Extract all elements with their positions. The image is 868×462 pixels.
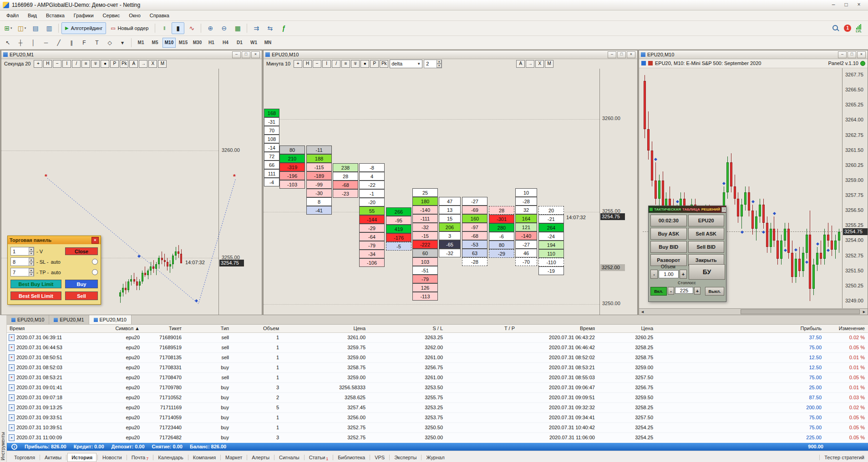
chart-window-titlebar[interactable]: EPU20,M1 – □ × bbox=[1, 50, 262, 59]
timeframe-d1[interactable]: D1 bbox=[233, 38, 246, 48]
chart-auto-icon[interactable]: A bbox=[516, 60, 525, 68]
bottom-tab-4[interactable]: Новости bbox=[99, 453, 126, 462]
timeframe-m1[interactable]: M1 bbox=[134, 38, 147, 48]
stepper-arrows[interactable]: ▲▼ bbox=[437, 60, 442, 68]
tool-cursor-icon[interactable]: ↖ bbox=[2, 37, 14, 48]
chart-profile-icon[interactable]: P bbox=[110, 60, 119, 68]
stepper-arrows[interactable]: ▲▼ bbox=[29, 258, 34, 266]
connection-status-icon[interactable]: LVL bbox=[856, 24, 862, 33]
table-row[interactable]: ▴2020.07.31 09:33:51epu2071714059buy1325… bbox=[7, 413, 868, 423]
chart-profile-icon[interactable]: P bbox=[370, 60, 379, 68]
chart-mode-icon[interactable]: M bbox=[158, 60, 167, 68]
volume-minus-button[interactable]: - bbox=[650, 270, 658, 279]
bottom-tab-1[interactable]: Торговля bbox=[10, 453, 39, 462]
chart-profile-k-icon[interactable]: Pk bbox=[120, 60, 128, 68]
zoom-in-icon[interactable]: ⊕ bbox=[204, 22, 217, 34]
sl-stepper[interactable]: 8 ▲▼ bbox=[10, 257, 34, 266]
tool-crosshair-icon[interactable]: ┼ bbox=[15, 37, 26, 48]
buy-ask-button[interactable]: Buy ASK bbox=[650, 228, 687, 240]
close-icon[interactable]: × bbox=[857, 51, 866, 58]
table-row[interactable]: ▴2020.07.31 08:52:03epu2071708331buy1325… bbox=[7, 363, 868, 373]
table-row[interactable]: ▾2020.07.31 08:50:51epu2071708135sell132… bbox=[7, 353, 868, 363]
best-buy-limit-button[interactable]: Best Buy Limit bbox=[10, 280, 61, 288]
bottom-tab-2[interactable]: Активы bbox=[41, 453, 65, 462]
timeframe-m5[interactable]: M5 bbox=[148, 38, 162, 48]
trade-panel-header[interactable]: Торговая панель × bbox=[8, 236, 101, 244]
new-chart-icon[interactable]: ⊞▾ bbox=[2, 22, 15, 34]
stoploss-on-button[interactable]: Вкл. bbox=[650, 287, 667, 296]
scroll-left-icon[interactable]: ◀ bbox=[639, 309, 646, 315]
bottom-tab-15[interactable]: Журнал bbox=[422, 453, 448, 462]
timeframe-m30[interactable]: M30 bbox=[191, 38, 204, 48]
timeframe-m15[interactable]: M15 bbox=[177, 38, 190, 48]
chart-auto-icon[interactable]: A bbox=[129, 60, 138, 68]
table-row[interactable]: ▴2020.07.31 11:00:09epu2071726482buy3325… bbox=[7, 433, 868, 443]
close-icon[interactable]: × bbox=[91, 237, 99, 244]
chart-mode-icon[interactable]: M bbox=[545, 60, 553, 68]
bottom-tab-10[interactable]: Сигналы bbox=[275, 453, 303, 462]
breakeven-button[interactable]: БУ bbox=[689, 264, 725, 280]
bottom-tab-5[interactable]: Почта7 bbox=[128, 453, 152, 462]
chart-info-icon[interactable]: I bbox=[62, 60, 71, 68]
tool-channel-icon[interactable]: ∥ bbox=[66, 37, 77, 48]
column-header[interactable]: Объем bbox=[232, 326, 282, 331]
tool-trendline-icon[interactable]: ╱ bbox=[53, 37, 65, 48]
maximize-icon[interactable]: □ bbox=[617, 51, 626, 58]
chart-plus-icon[interactable]: + bbox=[34, 60, 42, 68]
chart-high-low-icon[interactable]: H bbox=[303, 60, 312, 68]
anchor-star-icon[interactable]: * bbox=[233, 172, 236, 180]
bottom-tab-3[interactable]: История bbox=[67, 453, 96, 462]
decision-panel-header[interactable]: ТАКТИЧЕСКАЯ ТАБЛИЦА РЕШЕНИЙ ▫ × bbox=[649, 206, 726, 213]
chart-levels-icon[interactable]: ≡ bbox=[341, 60, 350, 68]
bottom-tab-12[interactable]: Библиотека bbox=[334, 453, 369, 462]
column-header[interactable]: Время bbox=[7, 326, 84, 331]
column-header[interactable]: Символ ▲ bbox=[84, 326, 142, 331]
timer-button[interactable]: 00:02:30 bbox=[650, 215, 687, 226]
chart-slash-icon[interactable]: / bbox=[72, 60, 81, 68]
tool-text-icon[interactable]: T bbox=[91, 37, 103, 48]
volume-stepper[interactable]: 1 ▲▼ bbox=[10, 247, 34, 256]
tool-shapes-icon[interactable]: ◇ bbox=[104, 37, 116, 48]
bar-chart-icon[interactable]: ‖ bbox=[158, 22, 171, 34]
market-watch-icon[interactable]: ▥ bbox=[43, 22, 56, 34]
column-header[interactable]: Цена bbox=[282, 326, 368, 331]
chart-dot-icon[interactable]: ● bbox=[101, 60, 109, 68]
data-window-icon[interactable]: ▤ bbox=[29, 22, 42, 34]
cluster-plot[interactable]: 14:07:32 3254.75 3252.00 168-3170108-147… bbox=[264, 50, 637, 315]
column-header[interactable]: T / P bbox=[446, 326, 518, 331]
column-header[interactable]: Цена bbox=[598, 326, 656, 331]
chart-slash-icon[interactable]: / bbox=[332, 60, 340, 68]
table-row[interactable]: ▴2020.07.31 09:01:41epu2071709780buy3325… bbox=[7, 383, 868, 393]
chart-tab[interactable]: EPU20,M10 bbox=[7, 315, 49, 324]
minimize-icon[interactable]: – bbox=[838, 51, 847, 58]
minimize-icon[interactable]: – bbox=[232, 51, 241, 58]
tool-horizontal-line-icon[interactable]: ─ bbox=[40, 37, 52, 48]
bottom-tab-8[interactable]: Маркет bbox=[222, 453, 246, 462]
indicators-icon[interactable]: ƒ bbox=[277, 22, 290, 34]
timeframe-mn[interactable]: MN bbox=[261, 38, 274, 48]
chart-minus-icon[interactable]: − bbox=[313, 60, 321, 68]
tp-auto-radio[interactable] bbox=[92, 269, 98, 275]
table-row[interactable]: ▴2020.07.31 09:13:25epu2071711169buy5325… bbox=[7, 403, 868, 413]
close-icon[interactable]: × bbox=[853, 1, 865, 9]
symbol-button[interactable]: EPU20 bbox=[688, 215, 725, 226]
scroll-right-icon[interactable]: ▶ bbox=[861, 309, 868, 315]
column-header[interactable]: S / L bbox=[368, 326, 446, 331]
best-sell-limit-button[interactable]: Best Sell Limit bbox=[10, 291, 61, 300]
close-icon[interactable]: × bbox=[627, 51, 635, 58]
search-icon[interactable] bbox=[832, 25, 839, 32]
cluster-param-stepper[interactable]: 2 ▲▼ bbox=[424, 60, 442, 68]
minimize-icon[interactable]: – bbox=[608, 51, 616, 58]
menu-item[interactable]: Сервис bbox=[98, 12, 125, 19]
table-row[interactable]: ▴2020.07.31 10:39:51epu2071723440buy1325… bbox=[7, 423, 868, 433]
tile-windows-icon[interactable]: ▦ bbox=[231, 22, 244, 34]
strategy-tester-label[interactable]: Тестер стратегий bbox=[824, 455, 864, 460]
chart-profile-k-icon[interactable]: Pk bbox=[380, 60, 388, 68]
tp-stepper[interactable]: 7 ▲▼ bbox=[10, 268, 34, 276]
line-chart-icon[interactable]: ∿ bbox=[185, 22, 198, 34]
collapse-icon[interactable]: ▫ bbox=[721, 207, 726, 212]
column-header[interactable]: Время bbox=[518, 326, 598, 331]
cluster-mode-select[interactable]: delta ▼ bbox=[390, 60, 422, 68]
maximize-icon[interactable]: □ bbox=[242, 51, 250, 58]
auto-scroll-icon[interactable]: ⇉ bbox=[250, 22, 263, 34]
